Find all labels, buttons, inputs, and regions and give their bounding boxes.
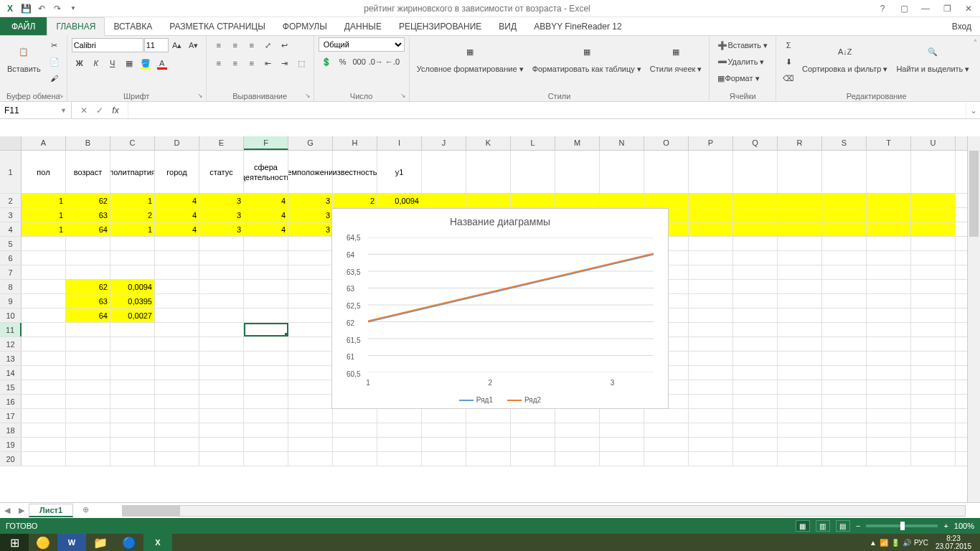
cell[interactable] [911, 222, 956, 236]
cell[interactable] [511, 194, 555, 207]
cell[interactable] [867, 222, 911, 236]
cell[interactable]: 3 [199, 222, 244, 236]
cell[interactable] [689, 151, 733, 193]
row-header[interactable]: 15 [0, 380, 22, 394]
cell[interactable] [155, 380, 199, 394]
cell[interactable] [689, 309, 733, 322]
excel-task-icon[interactable]: X [143, 534, 172, 551]
cell[interactable] [199, 309, 244, 322]
cell[interactable] [244, 409, 288, 423]
cell[interactable]: 0,0094 [110, 280, 155, 293]
column-header[interactable]: R [778, 136, 822, 150]
cell[interactable] [600, 194, 644, 207]
row-header[interactable]: 18 [0, 423, 22, 437]
name-box[interactable]: F11▼ [0, 102, 72, 118]
cell[interactable] [466, 151, 511, 193]
cell[interactable] [66, 423, 110, 437]
column-header[interactable]: A [22, 136, 66, 150]
cell[interactable] [555, 151, 600, 193]
number-launcher-icon[interactable]: ↘ [399, 91, 407, 100]
vertical-scrollbar[interactable] [967, 136, 980, 502]
cell[interactable] [689, 251, 733, 265]
cell[interactable] [288, 395, 333, 408]
column-header[interactable]: C [110, 136, 155, 150]
cell[interactable] [22, 352, 66, 365]
cell[interactable] [822, 208, 867, 222]
wrap-text-icon[interactable]: ↩ [277, 37, 293, 53]
row-header[interactable]: 4 [0, 222, 22, 236]
cell[interactable] [867, 208, 911, 222]
cell[interactable] [867, 323, 911, 336]
cell[interactable] [199, 366, 244, 380]
cell[interactable] [689, 366, 733, 380]
zoom-out-icon[interactable]: − [856, 522, 860, 530]
tab-view[interactable]: ВИД [490, 17, 525, 35]
tray-network-icon[interactable]: 📶 [880, 539, 888, 547]
sort-filter-button[interactable]: A↓ZСортировка и фильтр ▾ [799, 37, 890, 76]
undo-icon[interactable]: ↶ [34, 1, 49, 16]
cell[interactable] [733, 222, 778, 236]
cell[interactable]: 0,0027 [110, 309, 155, 322]
cell[interactable] [867, 438, 911, 451]
cell[interactable] [110, 366, 155, 380]
cell[interactable] [244, 280, 288, 293]
cell[interactable] [733, 452, 778, 466]
clipboard-launcher-icon[interactable]: ↘ [57, 91, 65, 100]
tray-up-icon[interactable]: ▲ [870, 539, 877, 547]
cell[interactable] [511, 423, 555, 437]
cell[interactable] [689, 438, 733, 451]
cell[interactable] [288, 309, 333, 322]
row-header[interactable]: 1 [0, 151, 22, 193]
cell[interactable] [644, 194, 689, 207]
cell[interactable] [911, 380, 956, 394]
zoom-level[interactable]: 100% [954, 522, 974, 530]
horizontal-scrollbar[interactable] [122, 505, 966, 517]
cell[interactable] [778, 366, 822, 380]
underline-button[interactable]: Ч [105, 55, 121, 71]
cell[interactable] [288, 452, 333, 466]
cell[interactable] [22, 323, 66, 336]
cell[interactable] [778, 237, 822, 250]
align-left-icon[interactable]: ≡ [211, 55, 227, 71]
collapse-ribbon-icon[interactable]: ˄ [974, 39, 977, 47]
cell[interactable] [288, 438, 333, 451]
expand-formula-bar-icon[interactable]: ⌄ [966, 102, 980, 118]
font-name-input[interactable] [72, 38, 143, 52]
cell[interactable] [867, 251, 911, 265]
cell[interactable] [244, 265, 288, 279]
cell[interactable] [911, 409, 956, 423]
cell[interactable] [733, 265, 778, 279]
cell[interactable] [511, 452, 555, 466]
tab-page-layout[interactable]: РАЗМЕТКА СТРАНИЦЫ [161, 17, 274, 35]
cell[interactable] [199, 395, 244, 408]
cell[interactable] [288, 423, 333, 437]
cell[interactable] [822, 438, 867, 451]
cell[interactable] [199, 452, 244, 466]
cell[interactable] [110, 237, 155, 250]
cell[interactable]: 4 [155, 222, 199, 236]
cell[interactable] [911, 352, 956, 365]
align-top-icon[interactable]: ≡ [211, 37, 227, 53]
cell[interactable] [600, 423, 644, 437]
row-header[interactable]: 9 [0, 294, 22, 308]
cell[interactable] [911, 251, 956, 265]
cell[interactable] [22, 452, 66, 466]
cell[interactable] [22, 409, 66, 423]
cell[interactable]: статус [199, 151, 244, 193]
row-header[interactable]: 2 [0, 194, 22, 207]
cell[interactable] [822, 323, 867, 336]
cell[interactable] [911, 194, 956, 207]
cell[interactable] [155, 337, 199, 351]
sheet-tab[interactable]: Лист1 [29, 504, 73, 517]
column-header[interactable]: J [422, 136, 466, 150]
fx-icon[interactable]: fx [109, 105, 122, 116]
maximize-icon[interactable]: ❐ [938, 1, 956, 16]
cell[interactable] [511, 409, 555, 423]
cell[interactable] [733, 323, 778, 336]
cell[interactable] [199, 265, 244, 279]
cell[interactable] [778, 452, 822, 466]
cell[interactable] [155, 251, 199, 265]
cell[interactable] [555, 423, 600, 437]
row-header[interactable]: 7 [0, 265, 22, 279]
cell[interactable] [110, 323, 155, 336]
